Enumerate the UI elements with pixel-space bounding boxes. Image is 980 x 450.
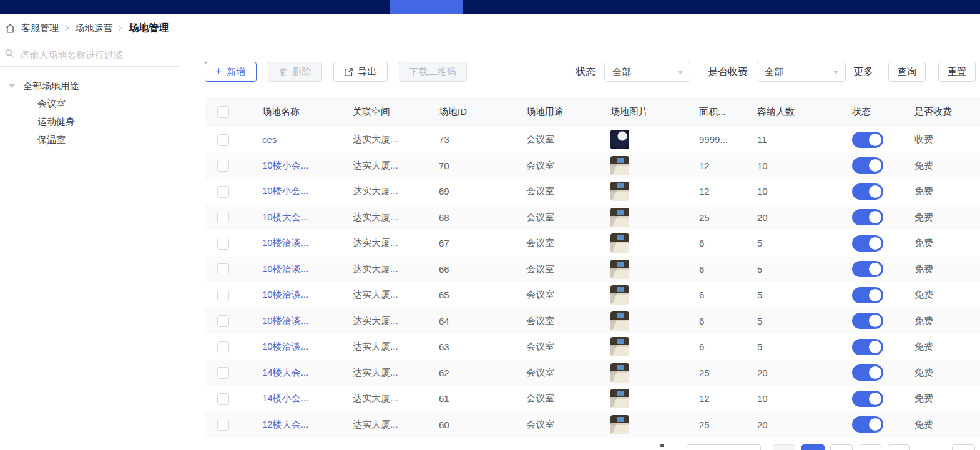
chevron-right-icon: > — [65, 23, 69, 33]
row-checkbox[interactable] — [217, 393, 229, 405]
add-button[interactable]: + 新增 — [205, 62, 257, 82]
download-qr-button-label: 下载二维码 — [409, 66, 456, 78]
venue-image-thumbnail[interactable] — [610, 130, 629, 149]
select-all-checkbox[interactable] — [217, 106, 229, 118]
venue-usage-cell: 会议室 — [526, 127, 610, 153]
row-checkbox[interactable] — [217, 160, 229, 172]
breadcrumb-item-venue-operation[interactable]: 场地运营 — [75, 22, 112, 34]
sidebar: 全部场地用途 会议室 运动健身 保温室 — [0, 42, 179, 450]
status-toggle[interactable] — [852, 339, 883, 355]
tree-root-all-usages[interactable]: 全部场地用途 — [0, 77, 179, 95]
table-row: 14楼大会... 达实大厦... 62 会议室 25 20 免费 — [205, 360, 980, 386]
status-toggle[interactable] — [852, 313, 883, 329]
page-button[interactable] — [830, 444, 853, 450]
venue-image-thumbnail[interactable] — [610, 208, 629, 227]
venue-image-thumbnail[interactable] — [610, 156, 629, 175]
download-qr-button[interactable]: 下载二维码 — [399, 62, 467, 82]
row-checkbox[interactable] — [217, 367, 229, 379]
row-checkbox[interactable] — [217, 315, 229, 327]
query-button[interactable]: 查询 — [888, 62, 926, 82]
next-page-button[interactable] — [952, 444, 975, 450]
row-checkbox[interactable] — [217, 238, 229, 250]
linked-space-cell: 达实大厦... — [353, 230, 439, 257]
status-toggle[interactable] — [852, 416, 883, 433]
prev-page-button[interactable] — [773, 444, 795, 450]
fee-filter-select[interactable]: 全部 — [757, 62, 846, 82]
row-checkbox[interactable] — [217, 134, 229, 146]
caret-down-icon[interactable] — [9, 84, 15, 88]
more-link[interactable]: 更多 — [853, 66, 873, 79]
status-toggle[interactable] — [852, 391, 883, 407]
venue-name-link[interactable]: 10楼小会... — [262, 160, 308, 170]
status-toggle[interactable] — [852, 209, 883, 225]
capacity-cell: 5 — [757, 334, 852, 360]
page-size-select[interactable] — [687, 444, 761, 450]
page-button[interactable] — [860, 444, 881, 450]
page-button[interactable] — [888, 444, 910, 450]
venue-image-thumbnail[interactable] — [610, 311, 629, 331]
linked-space-cell: 达实大厦... — [353, 308, 439, 335]
main-content: + 新增 删除 导出 下载二维码 — [205, 42, 980, 450]
status-toggle[interactable] — [852, 157, 883, 174]
fee-cell: 免费 — [914, 257, 980, 283]
venue-image-thumbnail[interactable] — [610, 260, 629, 279]
venue-image-thumbnail[interactable] — [610, 389, 629, 408]
venue-name-link[interactable]: 10楼洽谈... — [262, 315, 308, 326]
table-header: 场地名称 关联空间 场地ID 场地用途 场地图片 面积... 容纳人数 状态 是… — [205, 97, 980, 127]
status-toggle[interactable] — [852, 287, 883, 303]
venue-name-link[interactable]: ces — [262, 134, 277, 145]
breadcrumb-item-customer-service[interactable]: 客服管理 — [21, 22, 59, 34]
toggle-knob — [869, 418, 881, 431]
status-toggle[interactable] — [852, 261, 883, 277]
venue-image-thumbnail[interactable] — [610, 415, 629, 434]
venue-name-link[interactable]: 10楼洽谈... — [262, 237, 308, 248]
venue-image-thumbnail[interactable] — [610, 182, 629, 201]
venue-name-link[interactable]: 10楼洽谈... — [262, 289, 308, 300]
toggle-knob — [869, 134, 881, 146]
status-toggle[interactable] — [852, 132, 883, 148]
search-input[interactable] — [19, 49, 165, 61]
row-checkbox[interactable] — [217, 290, 229, 301]
table-row: 14楼小会... 达实大厦... 61 会议室 12 10 免费 — [205, 386, 980, 412]
tree-item-meeting-room[interactable]: 会议室 — [0, 95, 179, 113]
venue-name-link[interactable]: 10楼洽谈... — [262, 341, 308, 351]
venue-image-thumbnail[interactable] — [610, 337, 629, 356]
tree-root-label[interactable]: 全部场地用途 — [23, 81, 79, 92]
linked-space-cell: 达实大厦... — [353, 282, 439, 308]
venue-image-thumbnail[interactable] — [610, 285, 629, 305]
tree-item-fitness[interactable]: 运动健身 — [0, 113, 179, 131]
row-checkbox[interactable] — [217, 212, 229, 223]
status-toggle[interactable] — [852, 235, 883, 252]
venue-name-link[interactable]: 10楼大会... — [262, 212, 308, 222]
venue-name-link[interactable]: 14楼小会... — [262, 393, 308, 403]
venue-id-cell: 64 — [439, 308, 526, 335]
reset-button[interactable]: 重置 — [938, 62, 976, 82]
venue-id-cell: 67 — [439, 230, 526, 257]
venue-name-link[interactable]: 14楼大会... — [262, 367, 308, 378]
table-row: 10楼洽谈... 达实大厦... 67 会议室 6 5 免费 — [205, 230, 980, 257]
row-checkbox[interactable] — [217, 341, 229, 353]
status-toggle[interactable] — [852, 183, 883, 200]
venue-name-link[interactable]: 10楼小会... — [262, 185, 308, 196]
venue-usage-cell: 会议室 — [526, 334, 610, 360]
venue-usage-cell: 会议室 — [526, 205, 610, 231]
venue-name-link[interactable]: 10楼洽谈... — [262, 263, 308, 274]
venue-filter-search[interactable] — [0, 42, 179, 67]
venue-id-cell: 63 — [439, 334, 526, 360]
delete-button[interactable]: 删除 — [268, 62, 322, 82]
fee-filter-label: 是否收费 — [708, 66, 748, 79]
tree-item-warm-room[interactable]: 保温室 — [0, 131, 179, 149]
status-toggle[interactable] — [852, 364, 883, 381]
reset-button-label: 重置 — [948, 66, 966, 78]
page-button-active[interactable] — [801, 444, 825, 450]
row-checkbox[interactable] — [217, 419, 229, 431]
venue-image-thumbnail[interactable] — [610, 363, 629, 383]
venue-image-thumbnail[interactable] — [610, 233, 629, 253]
linked-space-cell: 达实大厦... — [353, 153, 439, 179]
row-checkbox[interactable] — [217, 263, 229, 275]
venue-name-link[interactable]: 12楼大会... — [262, 419, 308, 429]
home-icon[interactable] — [5, 23, 16, 34]
row-checkbox[interactable] — [217, 186, 229, 198]
status-filter-select[interactable]: 全部 — [604, 62, 690, 82]
export-button[interactable]: 导出 — [333, 62, 388, 82]
